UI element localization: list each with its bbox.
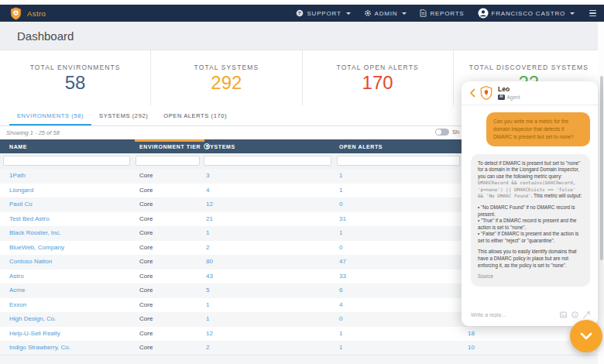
navbar-menu: ?SUPPORTADMINREPORTSFRANCISCO CASTRO	[296, 8, 604, 19]
app-root: Astro ?SUPPORTADMINREPORTSFRANCISCO CAST…	[0, 0, 604, 364]
filter-input-1[interactable]	[136, 156, 200, 166]
stat-label: TOTAL SYSTEMS	[194, 64, 259, 71]
open-alerts-count-link[interactable]: 1	[339, 341, 342, 355]
tab-environments[interactable]: ENVIRONMENTS (58)	[9, 112, 91, 125]
open-alerts-count-link[interactable]: 47	[339, 255, 346, 270]
systems-count-link[interactable]: 4	[206, 184, 209, 198]
column-header-label: ENVIRONMENT TIER	[139, 139, 201, 154]
document-icon	[420, 9, 427, 17]
nav-item-support[interactable]: ?SUPPORT	[296, 9, 350, 17]
environment-link[interactable]: Test Bed Astro	[9, 212, 50, 227]
column-header-systems[interactable]: SYSTEMS	[206, 139, 235, 153]
tab-open[interactable]: OPEN ALERTS (170)	[156, 112, 235, 125]
ai-badge: AI	[498, 94, 505, 100]
gear-icon	[364, 9, 372, 17]
systems-count-link[interactable]: 43	[206, 270, 213, 284]
page-title: Dashboard	[0, 29, 74, 43]
extra-count-link[interactable]: 10	[468, 341, 475, 355]
filter-input-0[interactable]	[3, 156, 130, 166]
column-header-name[interactable]: NAME	[9, 139, 27, 153]
stat-label: TOTAL ENVIRONMENTS	[30, 64, 121, 71]
environment-link[interactable]: Astro	[9, 270, 24, 284]
environment-link[interactable]: Indigo Strawberry, Co.	[9, 341, 70, 355]
environment-link[interactable]: Exxon	[9, 298, 26, 313]
environment-link[interactable]: Paxil Co	[9, 197, 33, 212]
open-alerts-count-link[interactable]: 0	[339, 197, 342, 212]
leo-shield-icon	[480, 86, 492, 100]
tier-cell: Core	[139, 327, 153, 342]
systems-count-link[interactable]: 21	[206, 212, 213, 227]
nav-item-label: REPORTS	[430, 10, 464, 17]
back-chevron-icon[interactable]	[462, 88, 480, 98]
nav-item-admin[interactable]: ADMIN	[364, 9, 407, 17]
tier-cell: Core	[139, 226, 153, 241]
menu-icon[interactable]	[588, 10, 596, 17]
table-row: Indigo Strawberry, Co.Core2110	[0, 341, 604, 355]
environment-link[interactable]: High Design, Co.	[9, 312, 56, 327]
liongard-shield-icon	[10, 7, 22, 20]
top-navbar: Astro ?SUPPORTADMINREPORTSFRANCISCO CAST…	[0, 5, 604, 22]
systems-count-link[interactable]: 80	[206, 255, 213, 270]
nav-item-user[interactable]: FRANCISCO CASTRO	[478, 8, 575, 19]
chevron-down-icon	[580, 332, 592, 340]
agent-reply-bubble: To detect if DMARC is present but set to…	[471, 154, 590, 287]
open-alerts-count-link[interactable]: 0	[339, 312, 342, 327]
tier-cell: Core	[139, 298, 153, 313]
stat-card: TOTAL ENVIRONMENTS58	[0, 50, 151, 105]
filter-input-3[interactable]	[337, 156, 460, 166]
environment-link[interactable]: BlueWeb, Company	[9, 241, 64, 256]
reply-bullet: • "True" if a DMARC record is present an…	[478, 218, 583, 231]
svg-text:?: ?	[298, 10, 302, 15]
brand[interactable]: Astro	[0, 7, 46, 20]
systems-count-link[interactable]: 12	[206, 197, 213, 212]
open-alerts-count-link[interactable]: 1	[339, 169, 342, 184]
show-toggle[interactable]	[435, 129, 449, 136]
column-header-open-alerts[interactable]: OPEN ALERTS	[339, 139, 383, 153]
open-alerts-count-link[interactable]: 1	[339, 327, 342, 342]
systems-count-link[interactable]: 3	[206, 169, 209, 184]
column-header-label: SYSTEMS	[206, 139, 235, 154]
tier-cell: Core	[139, 184, 153, 198]
systems-count-link[interactable]: 1	[206, 312, 209, 327]
environment-link[interactable]: Liongard	[9, 184, 33, 198]
systems-count-link[interactable]: 12	[206, 327, 213, 342]
open-alerts-count-link[interactable]: 6	[339, 283, 342, 298]
filter-input-2[interactable]	[204, 156, 331, 166]
tier-cell: Core	[139, 212, 153, 227]
environment-link[interactable]: Contoso Nation	[9, 255, 52, 270]
source-link[interactable]: Source	[478, 273, 493, 279]
systems-count-link[interactable]: 1	[206, 226, 209, 241]
stat-card: TOTAL OPEN ALERTS170	[303, 50, 454, 105]
chat-panel: Leo AI Agent Can you write me a metric f…	[462, 81, 598, 326]
open-alerts-count-link[interactable]: 1	[339, 226, 342, 241]
nav-item-reports[interactable]: REPORTS	[420, 9, 464, 17]
environment-link[interactable]: Acme	[9, 283, 25, 298]
scrollbar-thumb[interactable]	[600, 76, 603, 260]
open-alerts-count-link[interactable]: 31	[339, 212, 346, 227]
tab-systems[interactable]: SYSTEMS (292)	[91, 112, 156, 125]
open-alerts-count-link[interactable]: 0	[339, 241, 342, 256]
tier-cell: Core	[139, 283, 153, 298]
tier-cell: Core	[139, 255, 153, 270]
emoji-icon[interactable]	[571, 311, 578, 318]
environment-link[interactable]: 1Path	[9, 169, 26, 184]
systems-count-link[interactable]: 1	[206, 298, 209, 313]
systems-count-link[interactable]: 2	[206, 241, 209, 256]
extra-count-link[interactable]: 18	[468, 327, 475, 342]
systems-count-link[interactable]: 5	[206, 283, 209, 298]
avatar-icon	[478, 8, 489, 19]
systems-count-link[interactable]: 2	[206, 341, 209, 355]
open-alerts-count-link[interactable]: 33	[339, 270, 346, 284]
image-icon[interactable]	[560, 311, 567, 318]
open-alerts-count-link[interactable]: 4	[339, 298, 342, 313]
reply-input[interactable]	[469, 311, 557, 318]
open-alerts-count-link[interactable]: 1	[339, 184, 342, 198]
environment-link[interactable]: Black Rooster, Inc.	[9, 226, 61, 241]
table-row: Help-U-Sell RealtyCore12118	[0, 327, 604, 342]
send-icon[interactable]	[583, 311, 590, 318]
environment-link[interactable]: Help-U-Sell Realty	[9, 327, 60, 342]
chat-fab-button[interactable]	[570, 320, 602, 352]
tier-cell: Core	[139, 312, 153, 327]
chat-header: Leo AI Agent	[462, 81, 598, 105]
column-header-environment-tier[interactable]: ENVIRONMENT TIER?	[139, 139, 210, 153]
